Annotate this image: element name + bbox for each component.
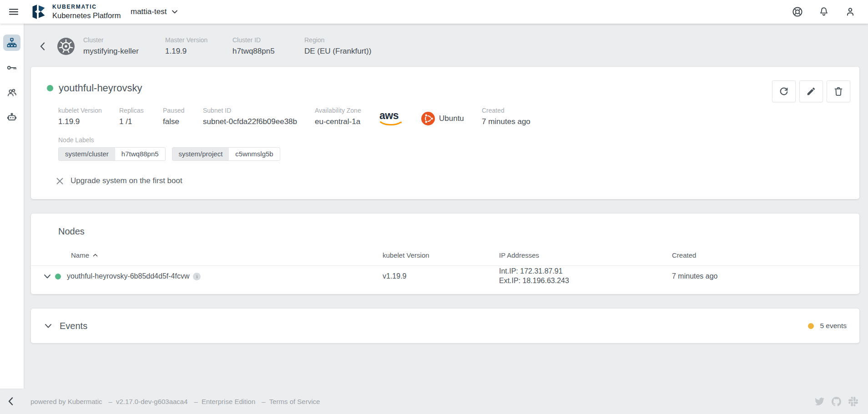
sidebar-clusters-icon [6, 37, 17, 48]
field-label: Region [304, 36, 371, 44]
sidebar-sshkeys-icon [6, 62, 17, 73]
chevron-down-icon [172, 10, 177, 14]
row-expand-button[interactable] [44, 274, 51, 279]
kubelet-version-field: kubelet Version 1.19.9 [58, 107, 119, 126]
os-name: Ubuntu [439, 114, 464, 123]
label-key: system/cluster [59, 148, 115, 160]
cluster-id-field: Cluster ID h7twq88pn5 [232, 36, 296, 56]
aws-logo-text: aws [379, 110, 399, 121]
node-created: 7 minutes ago [672, 272, 859, 280]
field-label: kubelet Version [58, 107, 119, 114]
machine-deployment-card: youthful-heyrovsky [31, 67, 859, 199]
master-version: 1.19.9 [165, 47, 224, 56]
chevron-left-icon [8, 397, 13, 405]
edit-button[interactable] [799, 80, 823, 102]
field-label: Paused [163, 107, 203, 114]
nodes-card: Nodes Name kubelet Version IP Addresses … [31, 214, 859, 294]
cluster-field: Cluster mystifying-keller [83, 36, 157, 56]
node-status-dot [55, 274, 61, 279]
column-header-name[interactable]: Name [31, 251, 383, 259]
operating-system: Ubuntu [421, 112, 482, 126]
main-content: Cluster mystifying-keller Master Version… [24, 24, 868, 389]
replicas-field: Replicas 1 /1 [119, 107, 163, 126]
slack-icon[interactable] [848, 397, 858, 406]
external-ip: Ext.IP: 18.196.63.243 [499, 276, 672, 286]
region: DE (EU (Frankfurt)) [304, 47, 371, 56]
brand[interactable]: KUBERMATIC Kubernetes Platform [30, 3, 121, 20]
upgrade-on-boot-row: Upgrade system on the first boot [56, 176, 850, 185]
powered-by: powered by Kubermatic [30, 398, 102, 405]
availability-zone: eu-central-1a [315, 117, 379, 126]
sidebar-item-clusters[interactable] [3, 35, 20, 51]
events-card: Events 5 events [31, 309, 859, 343]
cluster-id: h7twq88pn5 [232, 47, 296, 56]
app-version: v2.17.0-dev-g603aaca4 [116, 398, 188, 405]
help-icon[interactable] [792, 6, 803, 18]
region-field: Region DE (EU (Frankfurt)) [304, 36, 371, 56]
info-icon[interactable] [193, 273, 201, 280]
cluster-name: mystifying-keller [83, 47, 157, 56]
back-button[interactable] [38, 40, 47, 52]
cluster-summary-bar: Cluster mystifying-keller Master Version… [31, 24, 859, 67]
replicas: 1 /1 [119, 117, 163, 126]
field-label: Subnet ID [203, 107, 315, 114]
node-label-chip: system/project c5wnmslg5b [172, 147, 280, 161]
edit-icon [806, 86, 816, 96]
subnet-id: subnet-0cfda22f6b09ee38b [203, 117, 315, 126]
project-selector[interactable]: mattia-test [131, 7, 177, 16]
column-header-created: Created [672, 251, 859, 259]
top-bar: KUBERMATIC Kubernetes Platform mattia-te… [0, 0, 868, 24]
sidebar [0, 24, 24, 389]
label-value: h7twq88pn5 [115, 148, 165, 160]
refresh-icon [778, 86, 789, 97]
status-dot [47, 85, 53, 91]
kubernetes-icon [57, 37, 75, 55]
hamburger-menu-icon[interactable] [6, 5, 21, 19]
machine-deployment-title: youthful-heyrovsky [59, 82, 142, 94]
field-label: Created [482, 107, 530, 114]
label-value: c5wnmslg5b [229, 148, 279, 160]
refresh-button[interactable] [772, 80, 796, 102]
sidebar-members-icon [6, 87, 17, 98]
github-icon[interactable] [832, 397, 841, 406]
field-label: Cluster ID [232, 36, 296, 44]
node-name: youthful-heyrovsky-6b85dd4d5f-4fcvw [67, 272, 189, 280]
node-labels-block: Node Labels system/cluster h7twq88pn5 sy… [58, 136, 850, 161]
node-kubelet-version: v1.19.9 [383, 272, 499, 280]
internal-ip: Int.IP: 172.31.87.91 [499, 267, 672, 276]
events-count: 5 events [820, 322, 847, 330]
paused-field: Paused false [163, 107, 203, 126]
created-value: 7 minutes ago [482, 117, 530, 126]
sidebar-item-members[interactable] [3, 85, 20, 101]
subnet-id-field: Subnet ID subnet-0cfda22f6b09ee38b [203, 107, 315, 126]
field-label: Replicas [119, 107, 163, 114]
sidebar-item-service-accounts[interactable] [3, 110, 20, 126]
delete-button[interactable] [827, 80, 850, 102]
ubuntu-logo [421, 112, 435, 125]
field-label: Master Version [165, 36, 224, 44]
footer: powered by Kubermatic – v2.17.0-dev-g603… [0, 389, 868, 414]
sort-asc-icon [93, 254, 98, 257]
availability-zone-field: Availability Zone eu-central-1a [315, 107, 379, 126]
column-header-ip-addresses: IP Addresses [499, 251, 672, 259]
sidebar-item-ssh-keys[interactable] [3, 60, 20, 76]
chevron-left-icon [40, 42, 45, 50]
column-header-kubelet-version: kubelet Version [383, 251, 499, 259]
chevron-down-icon [45, 324, 52, 329]
terms-of-service-link[interactable]: Terms of Service [269, 398, 320, 405]
label-key: system/project [172, 148, 229, 160]
events-warning-dot [808, 323, 814, 329]
delete-icon [833, 86, 844, 97]
sidebar-serviceaccounts-icon [6, 112, 17, 123]
user-icon[interactable] [844, 6, 856, 18]
sidebar-collapse-button[interactable] [6, 395, 15, 407]
twitter-icon[interactable] [815, 397, 824, 406]
events-expander[interactable]: Events [45, 321, 87, 331]
edition: Enterprise Edition [202, 398, 255, 405]
kubermatic-logo [30, 3, 47, 20]
field-label: Cluster [83, 36, 157, 44]
close-icon [56, 177, 64, 185]
events-heading: Events [60, 321, 87, 331]
nodes-heading: Nodes [31, 226, 859, 237]
bell-icon[interactable] [818, 6, 830, 18]
